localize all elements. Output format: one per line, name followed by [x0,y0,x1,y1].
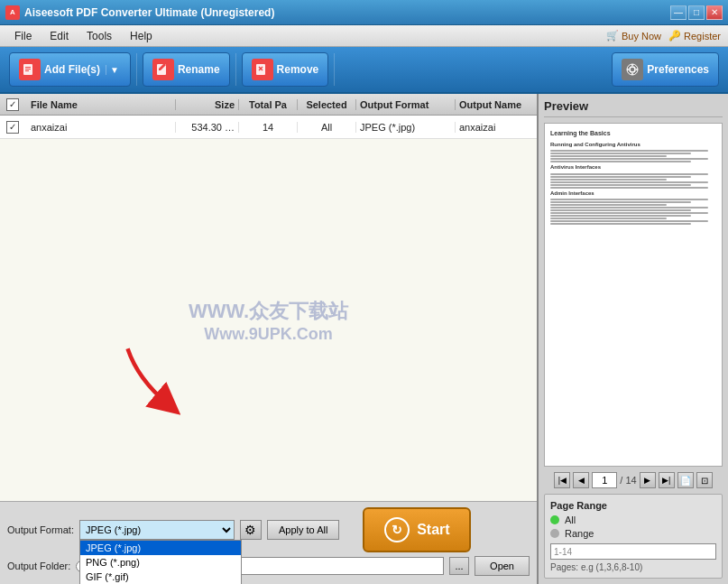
menu-bar: File Edit Tools Help 🛒 Buy Now 🔑 Registe… [0,25,728,47]
page-separator: / [620,475,622,486]
next-page-button[interactable]: ▶ [640,472,656,488]
header-totalpages: Total Pa [239,99,298,110]
toolbar: Add File(s) ▼ Rename Remove Preferences [0,47,728,94]
title-bar: A Aiseesoft PDF Converter Ultimate (Unre… [0,0,728,25]
pages-hint: Pages: e.g (1,3,6,8-10) [550,562,716,572]
preview-doc-subtitle2: Antivirus Interfaces [550,163,716,171]
header-outname: Output Name [456,99,537,110]
remove-label: Remove [277,63,319,76]
rename-label: Rename [178,63,220,76]
format-option-gif[interactable]: GIF (*.gif) [80,570,241,584]
buy-now-button[interactable]: 🛒 Buy Now [606,30,661,42]
minimize-button[interactable]: — [670,5,687,20]
preview-line [550,215,691,217]
main-area: ✓ File Name Size Total Pa Selected Outpu… [0,94,728,584]
prev-page-button[interactable]: ◀ [573,472,589,488]
remove-icon [252,59,273,80]
toolbar-separator-2 [235,53,236,86]
all-pages-row: All [550,514,716,525]
preview-line [550,161,691,162]
preview-line [550,204,667,206]
menu-file[interactable]: File [7,28,39,44]
add-files-label: Add File(s) [44,63,100,76]
toolbar-separator-3 [334,53,335,86]
title-bar-controls: — □ ✕ [670,5,723,20]
preview-line [550,184,691,186]
page-number-input[interactable] [592,472,617,488]
svg-rect-3 [25,70,29,71]
preview-line [550,207,708,209]
preview-line [550,212,708,214]
key-icon: 🔑 [668,30,681,42]
row-size: 534.30 … [176,122,239,133]
preview-image: Learning the Basics Running and Configur… [544,123,723,467]
start-button[interactable]: ↻ Start [363,507,471,552]
single-page-view-button[interactable]: 📄 [677,472,694,488]
preferences-button[interactable]: Preferences [612,52,719,87]
close-button[interactable]: ✕ [706,5,723,20]
remove-button[interactable]: Remove [242,52,329,87]
output-folder-label: Output Folder: [7,561,70,571]
menu-tools[interactable]: Tools [79,28,119,44]
row-format: JPEG (*.jpg) [356,122,456,133]
range-label: Range [565,528,594,539]
format-select[interactable]: JPEG (*.jpg) [79,520,235,540]
header-check: ✓ [0,98,25,111]
arrow-indicator [107,338,189,420]
preview-line [550,181,708,183]
preferences-label: Preferences [647,63,709,76]
restore-button[interactable]: □ [688,5,705,20]
page-range-section: Page Range All Range Pages: e.g (1,3,6,8… [544,494,723,579]
all-radio-dot[interactable] [550,515,559,524]
header-filename: File Name [25,99,176,110]
preview-line [550,201,691,203]
bottom-controls: Output Format: JPEG (*.jpg) JPEG (*.jpg)… [0,501,537,584]
open-button[interactable]: Open [475,556,530,576]
format-option-png[interactable]: PNG (*.png) [80,555,241,570]
format-dropdown-list: JPEG (*.jpg) PNG (*.png) GIF (*.gif) BMP… [79,540,242,584]
register-button[interactable]: 🔑 Register [668,30,721,42]
row-filename: anxaizai [25,122,176,133]
menu-help[interactable]: Help [123,28,160,44]
add-dropdown-arrow[interactable]: ▼ [106,65,121,75]
header-format: Output Format [356,99,456,110]
row-selected: All [298,122,356,133]
format-settings-button[interactable]: ⚙ [240,520,262,540]
rename-button[interactable]: Rename [143,52,230,87]
preview-line [550,187,708,189]
row-check-box[interactable]: ✓ [6,121,19,134]
range-radio-dot[interactable] [550,529,559,538]
svg-rect-2 [25,69,31,70]
cart-icon: 🛒 [606,30,619,42]
add-files-button[interactable]: Add File(s) ▼ [9,52,131,87]
last-page-button[interactable]: ▶| [659,472,675,488]
first-page-button[interactable]: |◀ [554,472,570,488]
preview-line [550,218,667,219]
header-size: Size [176,99,239,110]
output-folder-input[interactable] [221,557,444,575]
preview-line [550,179,667,181]
row-outname: anxaizai [456,122,537,133]
apply-to-all-button[interactable]: Apply to All [267,520,339,540]
browse-folder-button[interactable]: ... [449,557,469,575]
preview-panel: Preview Learning the Basics Running and … [539,94,728,584]
range-row: Range [550,528,716,539]
preview-line [550,176,691,178]
fit-page-view-button[interactable]: ⊡ [696,472,713,488]
preview-line [550,220,708,222]
preview-line [550,173,708,175]
start-icon: ↻ [384,517,410,542]
preview-doc-content: Learning the Basics Running and Configur… [545,124,722,231]
select-all-checkbox[interactable]: ✓ [6,98,19,111]
row-checkbox[interactable]: ✓ [0,121,25,134]
title-bar-left: A Aiseesoft PDF Converter Ultimate (Unre… [5,5,274,20]
menu-edit[interactable]: Edit [42,28,76,44]
preview-line [550,223,691,225]
preview-line [550,199,708,200]
format-option-jpeg[interactable]: JPEG (*.jpg) [80,541,241,555]
page-range-input[interactable] [550,543,716,560]
page-range-title: Page Range [550,500,716,511]
preview-title: Preview [544,99,723,117]
preview-doc-title: Learning the Basics [550,129,716,138]
page-controls: |◀ ◀ / 14 ▶ ▶| 📄 ⊡ [544,472,723,488]
